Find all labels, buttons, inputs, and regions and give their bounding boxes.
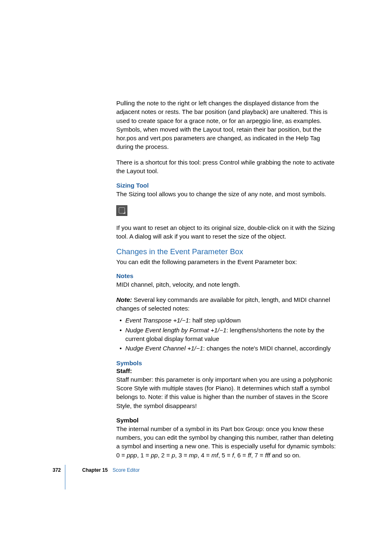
paragraph-sizing-reset: If you want to reset an object to its or… [116,223,338,241]
paragraph-layout-tool: Pulling the note to the right or left ch… [116,99,338,151]
paragraph-shortcut: There is a shortcut for this tool: press… [116,158,338,176]
subhead-staff: Staff: [116,367,338,374]
list-item: Nudge Event Channel +1/−1: changes the n… [121,344,338,352]
command-desc: : half step up/down [189,317,241,324]
paragraph-symbol-desc: The internal number of a symbol in its P… [116,424,338,459]
chapter-title: Score Editor [113,467,140,473]
command-name: Nudge Event length by Format +1/−1 [125,327,226,334]
heading-notes: Notes [116,272,338,279]
list-item: Event Transpose +1/−1: half step up/down [121,316,338,325]
page-number: 372 [53,467,61,473]
page-content: Pulling the note to the right or left ch… [116,99,338,466]
paragraph-note-commands: Note: Several key commands are available… [116,295,338,313]
chapter-label: Chapter 15 [82,467,108,473]
paragraph-staff-desc: Staff number: this parameter is only imp… [116,375,338,410]
command-name: Nudge Event Channel +1/−1 [125,345,203,352]
subhead-symbol: Symbol [116,417,338,424]
key-commands-list: Event Transpose +1/−1: half step up/down… [116,316,338,352]
page-footer: 372 Chapter 15 Score Editor [53,467,140,473]
heading-sizing-tool: Sizing Tool [116,182,338,189]
heading-changes-event: Changes in the Event Parameter Box [116,247,338,256]
list-item: Nudge Event length by Format +1/−1: leng… [121,326,338,343]
heading-symbols: Symbols [116,359,338,366]
command-name: Event Transpose +1/−1 [125,317,189,324]
note-text: Several key commands are available for p… [116,296,330,312]
paragraph-notes-desc: MIDI channel, pitch, velocity, and note … [116,280,338,289]
note-label: Note: [116,296,132,303]
command-desc: : changes the note's MIDI channel, accor… [203,345,331,352]
paragraph-sizing-desc: The Sizing tool allows you to change the… [116,190,338,198]
paragraph-event-intro: You can edit the following parameters in… [116,257,338,266]
sizing-tool-icon [116,205,127,216]
